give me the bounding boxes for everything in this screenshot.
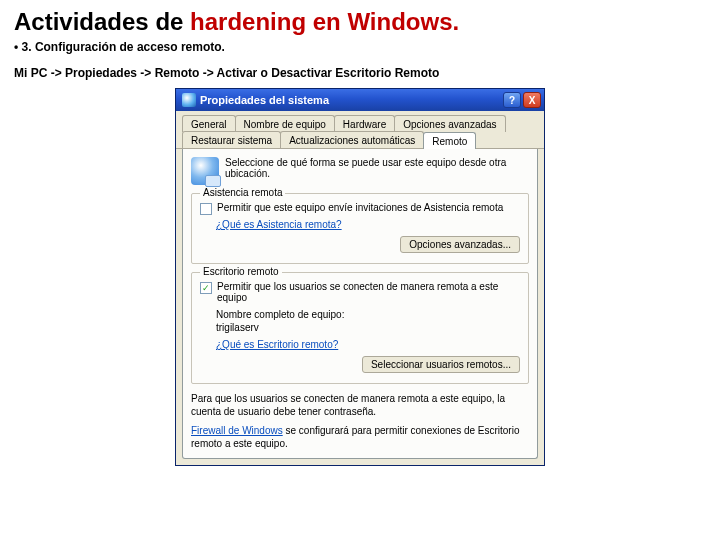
tab-strip: General Nombre de equipo Hardware Opcion…: [176, 111, 544, 149]
tab-general[interactable]: General: [182, 115, 236, 132]
tab-remote[interactable]: Remoto: [423, 132, 476, 149]
title-part2: hardening en Windows: [190, 8, 452, 35]
titlebar: Propiedades del sistema ? X: [176, 89, 544, 111]
tab-computer-name[interactable]: Nombre de equipo: [235, 115, 335, 132]
remote-desktop-checkbox[interactable]: ✓: [200, 282, 212, 294]
firewall-link[interactable]: Firewall de Windows: [191, 425, 283, 436]
remote-tab-pane: Seleccione de qué forma se puede usar es…: [182, 149, 538, 459]
close-button[interactable]: X: [523, 92, 541, 108]
system-properties-dialog: Propiedades del sistema ? X General Nomb…: [175, 88, 545, 466]
assistance-checkbox-label: Permitir que este equipo envíe invitacio…: [217, 202, 503, 213]
system-icon: [182, 93, 196, 107]
remote-desktop-help-link[interactable]: ¿Qué es Escritorio remoto?: [216, 339, 338, 350]
remote-assistance-group: Asistencia remota Permitir que este equi…: [191, 193, 529, 264]
firewall-note: Firewall de Windows se configurará para …: [191, 424, 529, 450]
assistance-help-link[interactable]: ¿Qué es Asistencia remota?: [216, 219, 342, 230]
remote-desktop-checkbox-label: Permitir que los usuarios se conecten de…: [217, 281, 520, 303]
tab-hardware[interactable]: Hardware: [334, 115, 395, 132]
fullname-value: trigilaserv: [216, 322, 259, 333]
assistance-checkbox[interactable]: [200, 203, 212, 215]
slide-bullet: • 3. Configuración de acceso remoto.: [14, 40, 706, 54]
password-note: Para que los usuarios se conecten de man…: [191, 392, 529, 418]
dialog-title: Propiedades del sistema: [200, 94, 329, 106]
remote-icon: [191, 157, 219, 185]
title-part1: Actividades de: [14, 8, 190, 35]
advanced-options-button[interactable]: Opciones avanzadas...: [400, 236, 520, 253]
fullname-label: Nombre completo de equipo:: [216, 309, 348, 320]
slide-path: Mi PC -> Propiedades -> Remoto -> Activa…: [14, 66, 706, 80]
intro-text: Seleccione de qué forma se puede usar es…: [225, 157, 529, 179]
slide-title: Actividades de hardening en Windows.: [14, 8, 706, 36]
title-dot: .: [453, 8, 460, 35]
help-button[interactable]: ?: [503, 92, 521, 108]
tab-auto-updates[interactable]: Actualizaciones automáticas: [280, 131, 424, 148]
tab-system-restore[interactable]: Restaurar sistema: [182, 131, 281, 148]
remote-assistance-legend: Asistencia remota: [200, 187, 285, 198]
tab-advanced[interactable]: Opciones avanzadas: [394, 115, 505, 132]
remote-desktop-group: Escritorio remoto ✓ Permitir que los usu…: [191, 272, 529, 384]
remote-desktop-legend: Escritorio remoto: [200, 266, 282, 277]
select-remote-users-button[interactable]: Seleccionar usuarios remotos...: [362, 356, 520, 373]
